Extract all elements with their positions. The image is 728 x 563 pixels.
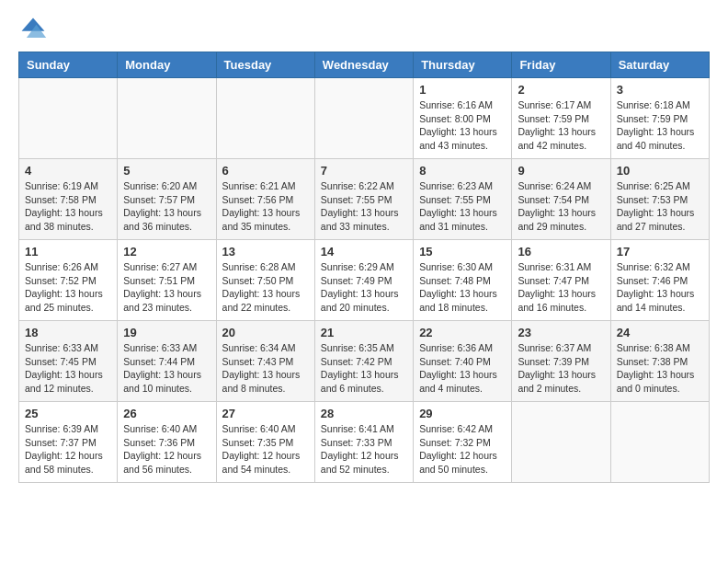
day-number: 13 [222, 245, 309, 259]
calendar-cell: 9Sunrise: 6:24 AM Sunset: 7:54 PM Daylig… [512, 159, 610, 240]
day-detail: Sunrise: 6:42 AM Sunset: 7:32 PM Dayligh… [419, 422, 506, 477]
day-detail: Sunrise: 6:23 AM Sunset: 7:55 PM Dayligh… [419, 179, 506, 234]
calendar-cell: 15Sunrise: 6:30 AM Sunset: 7:48 PM Dayli… [414, 240, 512, 321]
col-header-monday: Monday [118, 52, 216, 78]
day-detail: Sunrise: 6:19 AM Sunset: 7:58 PM Dayligh… [25, 179, 111, 234]
day-detail: Sunrise: 6:35 AM Sunset: 7:42 PM Dayligh… [321, 341, 407, 396]
calendar-cell [610, 402, 709, 483]
day-detail: Sunrise: 6:30 AM Sunset: 7:48 PM Dayligh… [419, 260, 506, 315]
calendar-cell: 25Sunrise: 6:39 AM Sunset: 7:37 PM Dayli… [19, 402, 118, 483]
col-header-thursday: Thursday [414, 52, 512, 78]
logo-icon [18, 15, 48, 44]
calendar-cell: 4Sunrise: 6:19 AM Sunset: 7:58 PM Daylig… [19, 159, 118, 240]
calendar-cell [314, 78, 413, 159]
calendar-cell: 20Sunrise: 6:34 AM Sunset: 7:43 PM Dayli… [216, 321, 314, 402]
calendar-cell: 6Sunrise: 6:21 AM Sunset: 7:56 PM Daylig… [216, 159, 314, 240]
calendar-cell: 13Sunrise: 6:28 AM Sunset: 7:50 PM Dayli… [216, 240, 314, 321]
day-number: 23 [518, 326, 604, 339]
day-detail: Sunrise: 6:37 AM Sunset: 7:39 PM Dayligh… [518, 341, 604, 396]
day-detail: Sunrise: 6:33 AM Sunset: 7:44 PM Dayligh… [123, 341, 210, 396]
calendar-cell: 17Sunrise: 6:32 AM Sunset: 7:46 PM Dayli… [610, 240, 709, 321]
day-detail: Sunrise: 6:41 AM Sunset: 7:33 PM Dayligh… [321, 422, 407, 477]
day-detail: Sunrise: 6:21 AM Sunset: 7:56 PM Dayligh… [222, 179, 309, 234]
calendar-cell: 12Sunrise: 6:27 AM Sunset: 7:51 PM Dayli… [118, 240, 216, 321]
day-number: 6 [222, 164, 309, 178]
day-number: 7 [321, 164, 407, 178]
calendar-cell: 24Sunrise: 6:38 AM Sunset: 7:38 PM Dayli… [610, 321, 709, 402]
day-number: 29 [419, 407, 506, 420]
day-detail: Sunrise: 6:39 AM Sunset: 7:37 PM Dayligh… [25, 422, 111, 477]
day-number: 18 [25, 326, 111, 339]
col-header-wednesday: Wednesday [314, 52, 413, 78]
day-number: 11 [25, 245, 111, 259]
day-number: 28 [321, 407, 407, 420]
col-header-saturday: Saturday [610, 52, 709, 78]
calendar-cell: 29Sunrise: 6:42 AM Sunset: 7:32 PM Dayli… [414, 402, 512, 483]
calendar-week-row: 25Sunrise: 6:39 AM Sunset: 7:37 PM Dayli… [19, 402, 710, 483]
day-number: 14 [321, 245, 407, 259]
calendar-cell: 21Sunrise: 6:35 AM Sunset: 7:42 PM Dayli… [314, 321, 413, 402]
day-number: 12 [123, 245, 210, 259]
day-number: 27 [222, 407, 309, 420]
day-number: 19 [123, 326, 210, 339]
calendar-cell: 2Sunrise: 6:17 AM Sunset: 7:59 PM Daylig… [512, 78, 610, 159]
calendar-cell: 14Sunrise: 6:29 AM Sunset: 7:49 PM Dayli… [314, 240, 413, 321]
day-number: 5 [123, 164, 210, 178]
day-number: 3 [617, 83, 703, 97]
calendar-header-row: SundayMondayTuesdayWednesdayThursdayFrid… [19, 52, 710, 78]
calendar-cell: 23Sunrise: 6:37 AM Sunset: 7:39 PM Dayli… [512, 321, 610, 402]
day-number: 26 [123, 407, 210, 420]
calendar-cell: 1Sunrise: 6:16 AM Sunset: 8:00 PM Daylig… [414, 78, 512, 159]
day-detail: Sunrise: 6:28 AM Sunset: 7:50 PM Dayligh… [222, 260, 309, 315]
day-number: 20 [222, 326, 309, 339]
calendar-week-row: 4Sunrise: 6:19 AM Sunset: 7:58 PM Daylig… [19, 159, 710, 240]
day-detail: Sunrise: 6:31 AM Sunset: 7:47 PM Dayligh… [518, 260, 604, 315]
day-number: 22 [419, 326, 506, 339]
calendar-cell: 28Sunrise: 6:41 AM Sunset: 7:33 PM Dayli… [314, 402, 413, 483]
day-detail: Sunrise: 6:34 AM Sunset: 7:43 PM Dayligh… [222, 341, 309, 396]
col-header-sunday: Sunday [19, 52, 118, 78]
day-detail: Sunrise: 6:33 AM Sunset: 7:45 PM Dayligh… [25, 341, 111, 396]
day-detail: Sunrise: 6:24 AM Sunset: 7:54 PM Dayligh… [518, 179, 604, 234]
day-detail: Sunrise: 6:26 AM Sunset: 7:52 PM Dayligh… [25, 260, 111, 315]
calendar-cell: 3Sunrise: 6:18 AM Sunset: 7:59 PM Daylig… [610, 78, 709, 159]
day-detail: Sunrise: 6:16 AM Sunset: 8:00 PM Dayligh… [419, 98, 506, 153]
day-detail: Sunrise: 6:32 AM Sunset: 7:46 PM Dayligh… [617, 260, 703, 315]
day-number: 4 [25, 164, 111, 178]
day-detail: Sunrise: 6:17 AM Sunset: 7:59 PM Dayligh… [518, 98, 604, 153]
calendar-cell: 5Sunrise: 6:20 AM Sunset: 7:57 PM Daylig… [118, 159, 216, 240]
day-number: 21 [321, 326, 407, 339]
calendar-cell: 10Sunrise: 6:25 AM Sunset: 7:53 PM Dayli… [610, 159, 709, 240]
day-number: 1 [419, 83, 506, 97]
calendar-cell: 7Sunrise: 6:22 AM Sunset: 7:55 PM Daylig… [314, 159, 413, 240]
day-number: 8 [419, 164, 506, 178]
day-number: 17 [617, 245, 703, 259]
calendar-week-row: 1Sunrise: 6:16 AM Sunset: 8:00 PM Daylig… [19, 78, 710, 159]
day-detail: Sunrise: 6:40 AM Sunset: 7:35 PM Dayligh… [222, 422, 309, 477]
day-detail: Sunrise: 6:27 AM Sunset: 7:51 PM Dayligh… [123, 260, 210, 315]
calendar-cell: 8Sunrise: 6:23 AM Sunset: 7:55 PM Daylig… [414, 159, 512, 240]
calendar-week-row: 18Sunrise: 6:33 AM Sunset: 7:45 PM Dayli… [19, 321, 710, 402]
day-detail: Sunrise: 6:38 AM Sunset: 7:38 PM Dayligh… [617, 341, 703, 396]
calendar-cell [118, 78, 216, 159]
col-header-tuesday: Tuesday [216, 52, 314, 78]
day-number: 16 [518, 245, 604, 259]
day-number: 10 [617, 164, 703, 178]
day-detail: Sunrise: 6:40 AM Sunset: 7:36 PM Dayligh… [123, 422, 210, 477]
day-detail: Sunrise: 6:36 AM Sunset: 7:40 PM Dayligh… [419, 341, 506, 396]
day-detail: Sunrise: 6:20 AM Sunset: 7:57 PM Dayligh… [123, 179, 210, 234]
calendar-cell [19, 78, 118, 159]
day-detail: Sunrise: 6:18 AM Sunset: 7:59 PM Dayligh… [617, 98, 703, 153]
calendar-cell: 18Sunrise: 6:33 AM Sunset: 7:45 PM Dayli… [19, 321, 118, 402]
day-number: 25 [25, 407, 111, 420]
calendar-cell [512, 402, 610, 483]
calendar-cell: 16Sunrise: 6:31 AM Sunset: 7:47 PM Dayli… [512, 240, 610, 321]
calendar-cell: 22Sunrise: 6:36 AM Sunset: 7:40 PM Dayli… [414, 321, 512, 402]
day-number: 9 [518, 164, 604, 178]
calendar-cell: 26Sunrise: 6:40 AM Sunset: 7:36 PM Dayli… [118, 402, 216, 483]
logo [18, 15, 51, 44]
day-detail: Sunrise: 6:22 AM Sunset: 7:55 PM Dayligh… [321, 179, 407, 234]
calendar-week-row: 11Sunrise: 6:26 AM Sunset: 7:52 PM Dayli… [19, 240, 710, 321]
day-number: 2 [518, 83, 604, 97]
day-number: 15 [419, 245, 506, 259]
